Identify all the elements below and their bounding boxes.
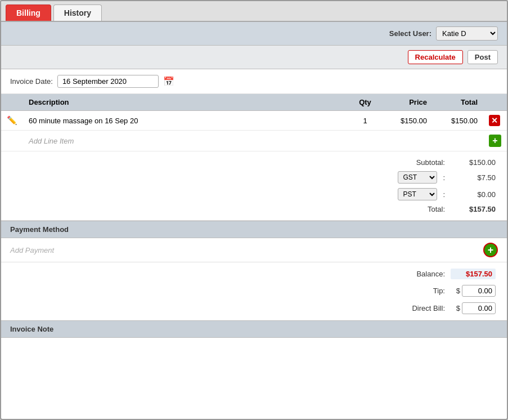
delete-button[interactable]: ✕ [489,115,500,126]
post-button[interactable]: Post [467,50,498,64]
add-payment-button[interactable]: + [483,243,498,257]
tab-history[interactable]: History [53,5,102,21]
invoice-date-row: Invoice Date: 📅 [1,69,507,94]
invoice-date-label: Invoice Date: [10,77,53,86]
table-header-row: Description Qty Price Total [1,94,507,111]
total-cell: $150.00 [433,111,483,131]
add-line-button[interactable]: + [489,135,501,147]
subtotal-label: Subtotal: [400,158,445,167]
add-line-total [433,131,483,151]
calendar-icon[interactable]: 📅 [163,76,174,87]
tab-billing[interactable]: Billing [6,5,51,21]
directbill-input-group: $ [451,302,496,314]
invoice-note-header: Invoice Note [1,320,507,338]
header-bar: Select User: Katie D Other User [1,22,507,46]
tip-label: Tip: [400,287,445,295]
total-row: Total: $157.50 [12,203,496,216]
col-action [483,94,507,111]
tip-dollar: $ [456,287,460,295]
total-value: $157.50 [451,205,496,213]
pst-row: PST GST HST None : $0.00 [12,186,496,203]
recalculate-button[interactable]: Recalculate [408,50,463,64]
directbill-input[interactable] [462,302,496,314]
add-line-qty [348,131,382,151]
tip-input-group: $ [451,285,496,297]
gst-value: $7.50 [451,173,496,182]
tab-bar: Billing History [1,1,507,22]
add-line-placeholder: Add Line Item [29,137,74,145]
price-cell: $150.00 [382,111,433,131]
add-line-btn-cell: + [483,131,507,151]
pst-select[interactable]: PST GST HST None [398,188,437,200]
description-cell: 60 minute massage on 16 Sep 20 [23,111,348,131]
col-qty: Qty [348,94,382,111]
add-line-text[interactable]: Add Line Item [23,131,348,151]
add-payment-placeholder: Add Payment [10,246,54,254]
edit-icon[interactable]: ✏️ [7,115,17,125]
gst-select[interactable]: GST PST HST None [398,171,437,184]
balance-value: $157.50 [451,269,496,279]
user-select[interactable]: Katie D Other User [436,26,498,41]
pst-value: $0.00 [451,190,496,199]
tip-input[interactable] [462,285,496,297]
balance-section: Balance: $157.50 Tip: $ Direct Bill: $ [1,262,507,320]
add-line-row: Add Line Item + [1,131,507,151]
col-price: Price [382,94,433,111]
select-user-label: Select User: [389,29,431,38]
col-description: Description [23,94,348,111]
billing-table: Description Qty Price Total ✏️ 60 minute… [1,94,507,151]
totals-section: Subtotal: $150.00 GST PST HST None : $7.… [1,151,507,221]
table-row: ✏️ 60 minute massage on 16 Sep 20 1 $150… [1,111,507,131]
gst-row: GST PST HST None : $7.50 [12,169,496,186]
col-total: Total [433,94,483,111]
balance-label: Balance: [400,270,445,278]
action-bar: Recalculate Post [1,46,507,69]
edit-cell: ✏️ [1,111,23,131]
col-edit [1,94,23,111]
subtotal-value: $150.00 [451,158,496,167]
directbill-label: Direct Bill: [400,304,445,312]
directbill-row: Direct Bill: $ [12,300,496,317]
add-line-price [382,131,433,151]
tip-row: Tip: $ [12,282,496,300]
invoice-date-input[interactable] [57,75,159,88]
qty-cell: 1 [348,111,382,131]
billing-window: Billing History Select User: Katie D Oth… [0,0,508,420]
add-line-edit-spacer [1,131,23,151]
directbill-dollar: $ [456,304,460,312]
subtotal-row: Subtotal: $150.00 [12,156,496,169]
delete-cell: ✕ [483,111,507,131]
balance-row: Balance: $157.50 [12,266,496,282]
payment-method-header: Payment Method [1,221,507,238]
payment-row: Add Payment + [1,238,507,262]
total-label: Total: [400,205,445,213]
